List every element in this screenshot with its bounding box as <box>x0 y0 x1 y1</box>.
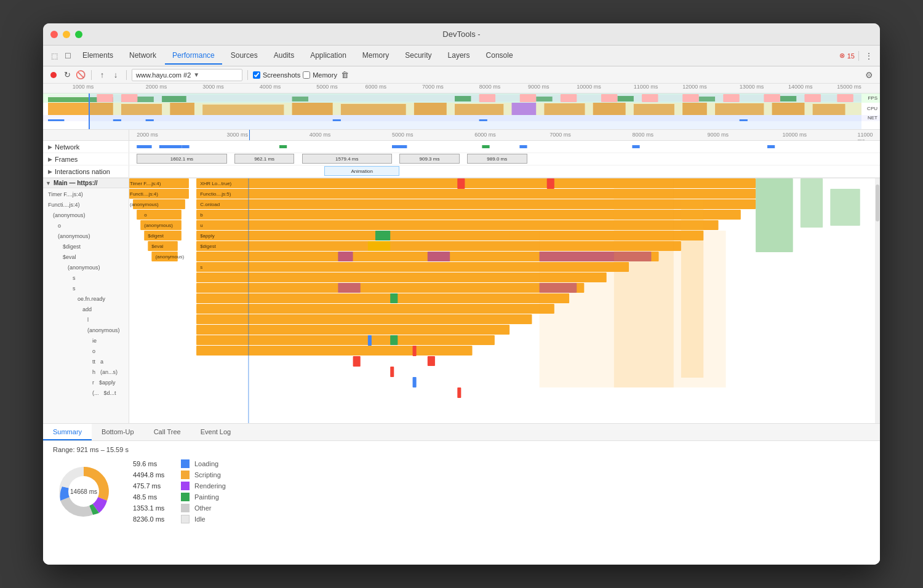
memory-checkbox-label[interactable]: Memory <box>303 71 337 79</box>
svg-text:o: o <box>144 212 147 218</box>
frames-expand[interactable]: ▶ <box>48 156 52 162</box>
url-text: www.hayu.com #2 <box>136 71 191 79</box>
svg-rect-30 <box>146 119 154 121</box>
url-dropdown[interactable]: ▼ <box>193 71 199 78</box>
svg-rect-68 <box>137 210 182 220</box>
flame-label-9: s <box>43 284 129 294</box>
ruler-spacer <box>43 130 129 140</box>
tab-console[interactable]: Console <box>479 47 521 65</box>
memory-checkbox[interactable] <box>303 71 310 79</box>
tab-application[interactable]: Application <box>303 47 354 65</box>
maximize-button[interactable] <box>75 31 82 38</box>
flame-right: Timer F....js:4) XHR Lo...true) Functi..… <box>129 178 880 423</box>
toolbar-settings-icon[interactable]: ⚙ <box>863 69 875 81</box>
upload-button[interactable]: ↑ <box>97 70 108 81</box>
clear-button[interactable]: 🚫 <box>75 70 86 81</box>
timeline-tracks-section: 2000 ms 3000 ms 4000 ms 5000 ms 6000 ms … <box>43 130 880 178</box>
tab-elements[interactable]: Elements <box>75 47 121 65</box>
svg-rect-43 <box>723 94 739 102</box>
m-tick-4000: 4000 ms <box>310 132 331 138</box>
screenshots-checkbox-label[interactable]: Screenshots <box>253 71 300 79</box>
tick-3000: 3000 ms <box>202 84 224 90</box>
download-button[interactable]: ↓ <box>110 70 121 81</box>
svg-rect-121 <box>413 377 417 387</box>
flame-label-7: (anonymous) <box>43 263 129 273</box>
frame-2: 962.1 ms <box>234 154 295 164</box>
legend-loading: 59.6 ms Loading <box>133 459 226 468</box>
rendering-value: 475.7 ms <box>133 482 176 490</box>
cursor-icon[interactable]: ⬚ <box>48 50 60 62</box>
close-button[interactable] <box>50 31 58 38</box>
overview-ruler-ticks: 1000 ms 2000 ms 3000 ms 4000 ms 5000 ms … <box>48 84 861 93</box>
device-icon[interactable]: ☐ <box>62 50 74 62</box>
svg-rect-16 <box>292 103 333 115</box>
interactions-label: Interactions nation <box>55 168 110 175</box>
tab-event-log[interactable]: Event Log <box>191 424 241 440</box>
svg-rect-98 <box>338 283 360 293</box>
network-label: Network <box>55 143 79 151</box>
tab-network[interactable]: Network <box>122 47 164 65</box>
m-tick-11000: 11000 ms <box>857 132 880 140</box>
tick-13000: 13000 ms <box>740 84 764 90</box>
svg-rect-38 <box>520 94 536 102</box>
tab-call-tree[interactable]: Call Tree <box>144 424 191 440</box>
svg-text:C.onload: C.onload <box>200 202 220 207</box>
scrollbar-thumb[interactable] <box>876 185 879 221</box>
title-bar: DevTools - <box>43 23 880 46</box>
main-expand[interactable]: ▼ <box>46 180 51 186</box>
tab-summary[interactable]: Summary <box>43 424 92 440</box>
screenshots-checkbox[interactable] <box>253 71 260 79</box>
svg-rect-40 <box>601 94 617 102</box>
pie-center-value: 14668 ms <box>70 488 97 495</box>
interactions-expand[interactable]: ▶ <box>48 169 52 175</box>
net-row: NET <box>43 115 880 121</box>
svg-rect-116 <box>547 178 554 189</box>
svg-rect-15 <box>202 105 284 115</box>
m-tick-8000: 8000 ms <box>632 132 653 138</box>
flame-label-4: (anonymous) <box>43 231 129 242</box>
screenshots-label: Screenshots <box>263 71 300 79</box>
svg-rect-80 <box>375 231 390 240</box>
record-button[interactable] <box>48 70 59 81</box>
svg-rect-33 <box>740 119 748 121</box>
svg-rect-97 <box>196 283 584 293</box>
tab-performance[interactable]: Performance <box>165 47 222 65</box>
svg-rect-54 <box>632 145 639 148</box>
tab-bottom-up[interactable]: Bottom-Up <box>92 424 144 440</box>
legend-painting: 48.5 ms Painting <box>133 493 226 501</box>
network-track-row: ▶ Network <box>43 141 880 153</box>
scrollbar-v[interactable] <box>875 178 880 423</box>
tab-layers[interactable]: Layers <box>441 47 477 65</box>
svg-rect-118 <box>368 335 372 346</box>
traffic-lights <box>50 31 82 38</box>
painting-value: 48.5 ms <box>133 493 176 501</box>
toolbar: ↻ 🚫 ↑ ↓ www.hayu.com #2 ▼ Screenshots Me… <box>43 66 880 84</box>
svg-text:(anonymous): (anonymous) <box>130 202 159 207</box>
svg-rect-19 <box>455 104 503 115</box>
scripting-color <box>181 471 190 479</box>
main-content: 1000 ms 2000 ms 3000 ms 4000 ms 5000 ms … <box>43 84 880 565</box>
svg-rect-108 <box>428 356 435 366</box>
tab-memory[interactable]: Memory <box>355 47 396 65</box>
svg-rect-42 <box>682 94 698 102</box>
svg-rect-45 <box>804 94 820 102</box>
settings-icon[interactable]: ⋮ <box>863 50 875 62</box>
tab-sources[interactable]: Sources <box>223 47 265 65</box>
tick-14000: 14000 ms <box>788 84 813 90</box>
minimize-button[interactable] <box>63 31 70 38</box>
interactions-track-label: ▶ Interactions nation <box>43 165 129 177</box>
delete-button[interactable]: 🗑 <box>340 70 351 81</box>
main-ruler: 2000 ms 3000 ms 4000 ms 5000 ms 6000 ms … <box>43 130 880 141</box>
tab-audits[interactable]: Audits <box>266 47 302 65</box>
svg-rect-28 <box>48 119 64 121</box>
devtools-tabs: ⬚ ☐ Elements Network Performance Sources… <box>43 46 880 66</box>
svg-text:s: s <box>200 264 202 270</box>
svg-rect-13 <box>121 104 162 115</box>
cpu-row: CPU <box>43 103 880 115</box>
svg-rect-87 <box>368 241 390 251</box>
svg-rect-100 <box>196 293 569 303</box>
network-expand[interactable]: ▶ <box>48 144 52 150</box>
tab-security[interactable]: Security <box>398 47 439 65</box>
svg-rect-14 <box>170 103 194 115</box>
refresh-button[interactable]: ↻ <box>62 70 73 81</box>
